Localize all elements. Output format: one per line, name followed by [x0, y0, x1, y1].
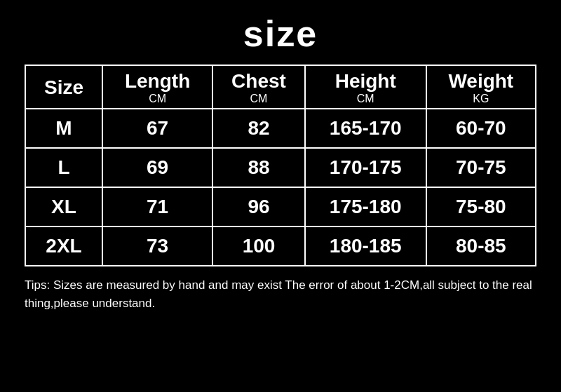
table-row: L6988170-17570-75	[25, 148, 536, 187]
table-body: M6782165-17060-70L6988170-17570-75XL7196…	[25, 109, 536, 266]
table-cell: 175-180	[305, 187, 426, 227]
table-cell: 70-75	[426, 148, 536, 187]
table-cell: L	[25, 148, 102, 187]
col-header-chest: Chest CM	[212, 65, 305, 109]
table-cell: 80-85	[426, 227, 536, 266]
table-cell: 75-80	[426, 187, 536, 227]
table-cell: 71	[102, 187, 212, 227]
table-cell: 180-185	[305, 227, 426, 266]
table-cell: 73	[102, 227, 212, 266]
table-cell: 2XL	[25, 227, 102, 266]
table-cell: 170-175	[305, 148, 426, 187]
col-header-height: Height CM	[305, 65, 426, 109]
tips-text: Tips: Sizes are measured by hand and may…	[25, 276, 536, 312]
col-header-size: Size	[25, 65, 102, 109]
table-row: XL7196175-18075-80	[25, 187, 536, 227]
table-row: M6782165-17060-70	[25, 109, 536, 148]
table-cell: 165-170	[305, 109, 426, 148]
col-header-length: Length CM	[102, 65, 212, 109]
table-cell: M	[25, 109, 102, 148]
table-cell: 67	[102, 109, 212, 148]
table-cell: 69	[102, 148, 212, 187]
table-cell: 100	[212, 227, 305, 266]
table-cell: XL	[25, 187, 102, 227]
col-header-weight: Weight KG	[426, 65, 536, 109]
size-table-wrapper: Size Length CM Chest CM Height CM Weight	[25, 65, 536, 266]
table-cell: 60-70	[426, 109, 536, 148]
table-cell: 88	[212, 148, 305, 187]
table-cell: 96	[212, 187, 305, 227]
page-title: size	[243, 13, 318, 55]
table-header-row: Size Length CM Chest CM Height CM Weight	[25, 65, 536, 109]
size-table: Size Length CM Chest CM Height CM Weight	[25, 65, 536, 266]
table-cell: 82	[212, 109, 305, 148]
table-row: 2XL73100180-18580-85	[25, 227, 536, 266]
